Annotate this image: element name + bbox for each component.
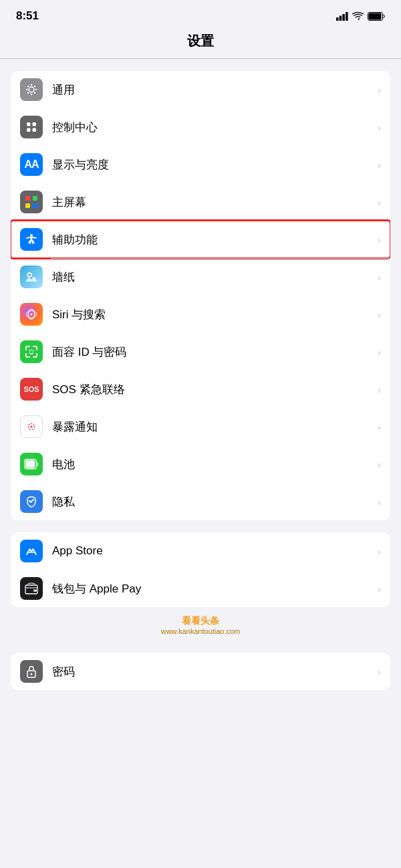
svg-point-31	[31, 426, 33, 428]
homescreen-label: 主屏幕	[52, 195, 375, 210]
wifi-icon	[352, 12, 364, 21]
settings-item-faceid[interactable]: 面容 ID 与密码 ›	[11, 333, 390, 370]
siri-chevron: ›	[378, 309, 381, 320]
exposure-icon	[20, 415, 43, 438]
privacy-label: 隐私	[52, 494, 375, 510]
title-divider	[0, 58, 401, 59]
svg-rect-22	[33, 203, 37, 208]
svg-point-12	[34, 92, 35, 94]
control-center-chevron: ›	[378, 122, 381, 133]
accessibility-chevron: ›	[378, 234, 381, 245]
battery-chevron: ›	[378, 459, 381, 470]
svg-rect-5	[369, 13, 382, 19]
watermark-line1: 看看头条	[0, 615, 401, 627]
privacy-chevron: ›	[378, 496, 381, 508]
accessibility-label: 辅助功能	[52, 232, 375, 247]
exposure-label: 暴露通知	[52, 419, 375, 435]
settings-group-password: 密码 ›	[11, 653, 390, 690]
settings-item-exposure[interactable]: 暴露通知 ›	[11, 408, 390, 445]
battery-label: 电池	[52, 457, 375, 472]
accessibility-icon	[20, 228, 43, 251]
general-icon	[20, 78, 43, 101]
faceid-icon	[20, 340, 43, 363]
settings-group-main: 通用 › 控制中心 › AA 显示与亮度 ›	[11, 71, 390, 520]
settings-item-password[interactable]: 密码 ›	[11, 653, 390, 690]
svg-point-11	[27, 86, 29, 87]
svg-rect-2	[342, 14, 345, 21]
wallet-chevron: ›	[378, 583, 381, 594]
display-chevron: ›	[378, 159, 381, 171]
faceid-label: 面容 ID 与密码	[52, 344, 375, 360]
settings-item-appstore[interactable]: App Store ›	[11, 532, 390, 570]
control-center-icon	[20, 116, 43, 138]
svg-rect-36	[33, 590, 37, 592]
svg-point-9	[26, 89, 27, 90]
svg-point-24	[27, 273, 31, 277]
svg-rect-15	[27, 122, 31, 126]
privacy-icon	[20, 490, 43, 513]
watermark-line2: www.kankantoutiao.com	[0, 627, 401, 635]
status-bar: 8:51	[0, 0, 401, 27]
settings-item-control-center[interactable]: 控制中心 ›	[11, 108, 390, 146]
battery-icon-item	[20, 453, 43, 475]
svg-rect-21	[25, 203, 30, 208]
svg-rect-33	[26, 461, 35, 468]
settings-group-stores: App Store › 钱包与 Apple Pay ›	[11, 532, 390, 607]
password-chevron: ›	[378, 666, 381, 677]
general-label: 通用	[52, 82, 375, 98]
svg-point-8	[31, 94, 32, 95]
control-center-label: 控制中心	[52, 120, 375, 135]
siri-icon	[20, 303, 43, 326]
settings-item-wallet[interactable]: 钱包与 Apple Pay ›	[11, 570, 390, 607]
settings-item-siri[interactable]: Siri 与搜索 ›	[11, 296, 390, 333]
svg-point-23	[30, 234, 33, 237]
svg-rect-3	[346, 12, 348, 21]
svg-rect-19	[25, 196, 30, 201]
svg-point-6	[29, 87, 34, 92]
svg-point-27	[31, 314, 33, 316]
svg-rect-1	[340, 15, 342, 21]
siri-label: Siri 与搜索	[52, 307, 375, 322]
svg-rect-0	[336, 17, 339, 21]
svg-rect-16	[27, 128, 31, 132]
settings-item-wallpaper[interactable]: 墙纸 ›	[11, 258, 390, 296]
signal-icon	[336, 12, 348, 21]
svg-point-14	[27, 92, 29, 94]
display-label: 显示与亮度	[52, 157, 375, 173]
settings-item-privacy[interactable]: 隐私 ›	[11, 483, 390, 520]
wallpaper-chevron: ›	[378, 272, 381, 283]
svg-point-13	[34, 86, 35, 87]
wallpaper-label: 墙纸	[52, 269, 375, 285]
page-title-bar: 设置	[0, 27, 401, 58]
faceid-chevron: ›	[378, 346, 381, 358]
svg-point-38	[31, 673, 33, 675]
homescreen-chevron: ›	[378, 197, 381, 208]
settings-item-accessibility[interactable]: 辅助功能 ›	[11, 221, 390, 258]
battery-icon	[368, 12, 385, 21]
homescreen-icon	[20, 191, 43, 213]
sos-label: SOS 紧急联络	[52, 382, 375, 397]
svg-point-7	[31, 84, 32, 86]
password-icon	[20, 660, 43, 683]
status-time: 8:51	[16, 9, 39, 23]
watermark: 看看头条 www.kankantoutiao.com	[0, 607, 401, 641]
wallet-icon	[20, 577, 43, 600]
settings-item-homescreen[interactable]: 主屏幕 ›	[11, 183, 390, 221]
settings-item-sos[interactable]: SOS SOS 紧急联络 ›	[11, 370, 390, 408]
svg-rect-18	[33, 128, 37, 132]
svg-point-28	[29, 350, 31, 352]
settings-item-general[interactable]: 通用 ›	[11, 71, 390, 108]
settings-item-display[interactable]: AA 显示与亮度 ›	[11, 146, 390, 183]
wallet-label: 钱包与 Apple Pay	[52, 581, 375, 596]
display-icon: AA	[20, 153, 43, 176]
svg-rect-20	[33, 196, 37, 201]
sos-chevron: ›	[378, 384, 381, 395]
appstore-chevron: ›	[378, 546, 381, 557]
wallpaper-icon	[20, 265, 43, 288]
appstore-label: App Store	[52, 544, 375, 558]
page-title: 设置	[187, 33, 214, 48]
settings-item-battery[interactable]: 电池 ›	[11, 445, 390, 483]
general-chevron: ›	[378, 84, 381, 96]
status-icons	[336, 12, 385, 21]
exposure-chevron: ›	[378, 421, 381, 433]
